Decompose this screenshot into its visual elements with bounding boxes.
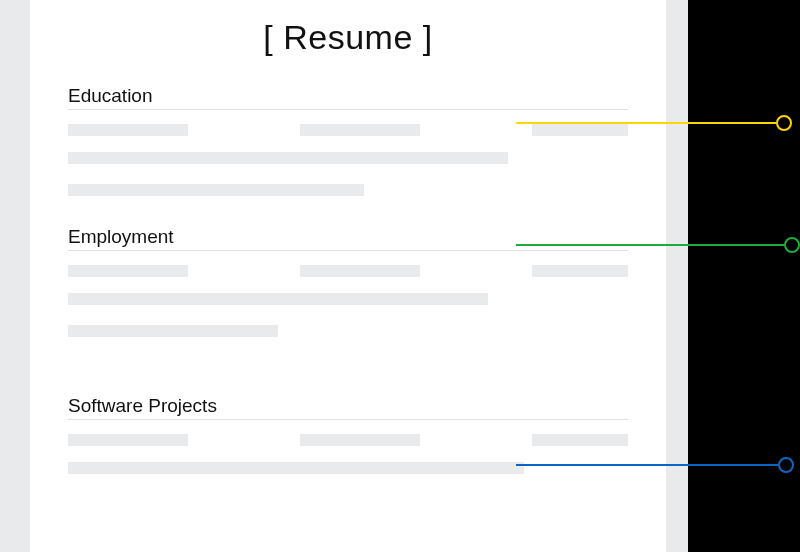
- page-title: [ Resume ]: [68, 18, 628, 57]
- annotation-ring-icon: [778, 457, 794, 473]
- annotation-ring-icon: [784, 237, 800, 253]
- placeholder-row: [68, 265, 628, 277]
- placeholder-block: [300, 434, 420, 446]
- placeholder-row: [68, 182, 628, 200]
- placeholder-block: [532, 434, 628, 446]
- diagram-stage: [ Resume ] Education Employment: [0, 0, 800, 552]
- annotation-ring-icon: [776, 115, 792, 131]
- placeholder-block: [68, 124, 188, 136]
- placeholder-row: [68, 460, 628, 478]
- placeholder-row: [68, 291, 628, 309]
- placeholder-block: [68, 462, 524, 474]
- placeholder-block: [300, 124, 420, 136]
- placeholder-block: [68, 265, 188, 277]
- placeholder-block: [68, 152, 508, 164]
- placeholder-block: [300, 265, 420, 277]
- annotation-line: [516, 464, 778, 466]
- placeholder-block: [68, 434, 188, 446]
- section-heading: Employment: [68, 226, 628, 251]
- placeholder-row: [68, 434, 628, 446]
- placeholder-row: [68, 124, 628, 136]
- annotation-line: [516, 122, 776, 124]
- section-heading: Software Projects: [68, 395, 628, 420]
- placeholder-block: [532, 265, 628, 277]
- resume-page: [ Resume ] Education Employment: [30, 0, 666, 552]
- placeholder-block: [532, 124, 628, 136]
- section-heading: Education: [68, 85, 628, 110]
- placeholder-block: [68, 184, 364, 196]
- placeholder-block: [68, 325, 278, 337]
- placeholder-row: [68, 323, 628, 341]
- placeholder-row: [68, 150, 628, 168]
- placeholder-block: [68, 293, 488, 305]
- annotation-line: [516, 244, 784, 246]
- section-education: Education: [68, 85, 628, 200]
